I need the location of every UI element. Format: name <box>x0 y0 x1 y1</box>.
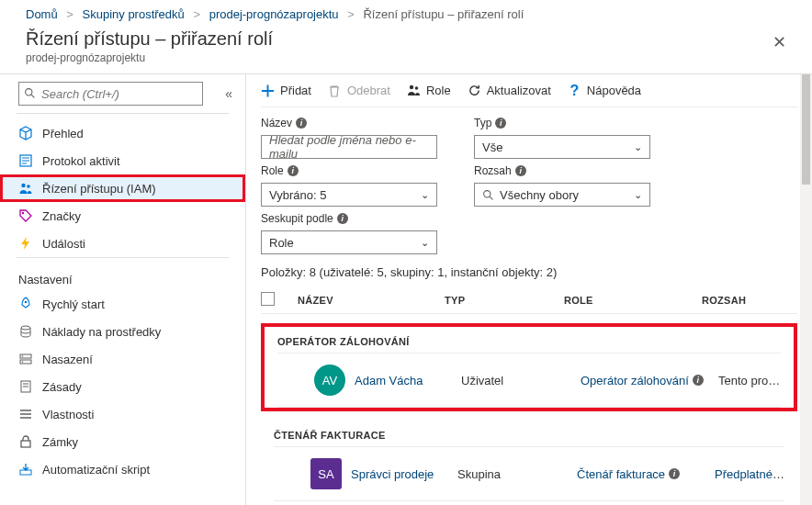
sidebar-item-tag[interactable]: Značky <box>0 202 245 230</box>
toolbar: Přidat Odebrat Role Aktualizovat ? Nápov… <box>261 84 797 107</box>
search-icon <box>482 189 494 201</box>
close-button[interactable]: ✕ <box>773 28 786 52</box>
filter-scope-select[interactable]: Všechny obory ⌄ <box>474 183 650 207</box>
sidebar-item-cube[interactable]: Přehled <box>0 119 245 147</box>
sidebar-item-props[interactable]: Vlastnosti <box>0 400 245 428</box>
collapse-sidebar-button[interactable]: « <box>216 86 236 101</box>
info-icon[interactable]: i <box>337 213 348 224</box>
props-icon <box>18 407 33 421</box>
help-button[interactable]: ? Nápověda <box>568 84 641 97</box>
row-scope-link[interactable]: Předplatné <box>715 467 784 481</box>
search-icon <box>24 87 36 99</box>
people-icon <box>18 181 33 196</box>
header-name[interactable]: NÁZEV <box>298 295 445 306</box>
flash-icon <box>18 236 33 251</box>
roles-button[interactable]: Role <box>407 84 451 97</box>
header-scope[interactable]: ROZSAH <box>702 295 797 306</box>
row-scope: Předplatné (zděděno... <box>715 467 784 481</box>
avatar: AV <box>314 365 345 396</box>
svg-point-23 <box>410 85 413 89</box>
script-icon <box>18 462 33 477</box>
sidebar-item-label: Přehled <box>42 127 84 140</box>
group-title: OPERÁTOR ZÁLOHOVÁNÍ <box>265 327 794 353</box>
chevron-double-left-icon: « <box>225 86 232 101</box>
sidebar-item-flash[interactable]: Události <box>0 230 245 257</box>
sidebar-item-money[interactable]: Náklady na prostředky <box>0 318 245 345</box>
breadcrumb-link-project[interactable]: prodej-prognózaprojektu <box>209 7 339 21</box>
lock-icon <box>18 434 33 449</box>
breadcrumb-link-home[interactable]: Domů <box>26 7 58 21</box>
row-scope: Tento prostředek <box>718 374 781 387</box>
svg-point-25 <box>484 190 491 196</box>
table-row[interactable]: SASprávci prodejeSkupinaČtenář fakturace… <box>261 447 797 500</box>
filter-groupby-select[interactable]: Role⌄ <box>261 230 437 254</box>
refresh-button[interactable]: Aktualizovat <box>468 84 551 97</box>
sidebar-item-deploy[interactable]: Nasazení <box>0 345 245 373</box>
sidebar-item-label: Automatizační skript <box>42 463 150 477</box>
add-button[interactable]: Přidat <box>261 84 311 97</box>
info-icon[interactable]: i <box>296 118 307 129</box>
policy-icon <box>18 379 33 394</box>
sidebar-item-label: Rychlý start <box>42 297 105 311</box>
svg-point-8 <box>22 212 24 214</box>
svg-line-1 <box>31 95 34 97</box>
count-summary: Položky: 8 (uživatelé: 5, skupiny: 1, in… <box>261 260 797 286</box>
info-icon[interactable]: i <box>693 375 704 386</box>
add-label: Přidat <box>280 84 311 97</box>
header-type[interactable]: TYP <box>445 295 564 306</box>
search-input[interactable] <box>18 82 203 106</box>
sidebar-item-rocket[interactable]: Rychlý start <box>0 290 245 318</box>
svg-point-10 <box>21 326 30 330</box>
sidebar-item-people[interactable]: Řízení přístupu (IAM) <box>0 174 245 202</box>
help-icon: ? <box>568 84 581 97</box>
row-name-link[interactable]: Správci prodeje <box>351 467 434 481</box>
scrollbar-track[interactable] <box>800 74 812 505</box>
refresh-icon <box>468 84 481 97</box>
filter-name-input[interactable]: Hledat podle jména nebo e-mailu <box>261 135 437 159</box>
page-title: Řízení přístupu – přiřazení rolí <box>26 28 773 50</box>
sidebar: « PřehledProtokol aktivitŘízení přístupu… <box>0 74 246 505</box>
row-role-link[interactable]: Čtenář fakturace i <box>577 467 680 481</box>
svg-point-13 <box>22 355 24 357</box>
chevron-down-icon: ⌄ <box>421 189 429 201</box>
select-all-checkbox[interactable] <box>261 292 275 306</box>
sidebar-section-settings: Nastavení <box>0 264 245 290</box>
log-icon <box>18 153 33 168</box>
svg-point-24 <box>415 86 419 90</box>
svg-point-7 <box>27 185 30 188</box>
sidebar-item-label: Protokol aktivit <box>42 154 120 168</box>
trash-icon <box>328 84 342 97</box>
filter-type-select[interactable]: Vše⌄ <box>474 135 650 159</box>
filters: Názevi Hledat podle jména nebo e-mailu R… <box>261 107 797 260</box>
page-subtitle: prodej-prognózaprojektu <box>26 51 773 64</box>
svg-rect-21 <box>21 441 30 447</box>
table-row[interactable]: AVAdam VáchaUživatelOperátor zálohování … <box>265 354 794 407</box>
sidebar-item-script[interactable]: Automatizační skript <box>0 455 245 483</box>
role-group: OPERÁTOR ZÁLOHOVÁNÍAVAdam VáchaUživatelO… <box>261 323 797 411</box>
scrollbar-thumb[interactable] <box>802 74 810 185</box>
filter-role-select[interactable]: Vybráno: 5⌄ <box>261 183 437 207</box>
filter-groupby-label: Seskupit podlei <box>261 212 437 225</box>
info-icon[interactable]: i <box>669 468 680 479</box>
header-role[interactable]: ROLE <box>564 295 702 306</box>
sidebar-item-label: Řízení přístupu (IAM) <box>42 182 156 196</box>
row-name-link[interactable]: Adam Vácha <box>355 374 423 387</box>
chevron-down-icon: ⌄ <box>634 141 642 153</box>
svg-point-6 <box>21 184 25 187</box>
info-icon[interactable]: i <box>495 118 506 129</box>
row-type: Skupina <box>457 467 577 481</box>
sidebar-item-label: Náklady na prostředky <box>42 325 161 339</box>
sidebar-item-policy[interactable]: Zásady <box>0 373 245 400</box>
rocket-icon <box>18 297 33 311</box>
breadcrumb-link-rg[interactable]: Skupiny prostředků <box>83 7 185 21</box>
filter-role-label: Rolei <box>261 164 437 177</box>
cube-icon <box>18 126 33 140</box>
sidebar-item-log[interactable]: Protokol aktivit <box>0 147 245 174</box>
filter-scope-label: Rozsahi <box>474 164 650 177</box>
row-role-link[interactable]: Operátor zálohování i <box>581 374 704 387</box>
svg-point-0 <box>26 89 32 95</box>
info-icon[interactable]: i <box>288 165 299 176</box>
sidebar-item-lock[interactable]: Zámky <box>0 428 245 455</box>
info-icon[interactable]: i <box>515 165 526 176</box>
filter-type-label: Typi <box>474 117 650 129</box>
